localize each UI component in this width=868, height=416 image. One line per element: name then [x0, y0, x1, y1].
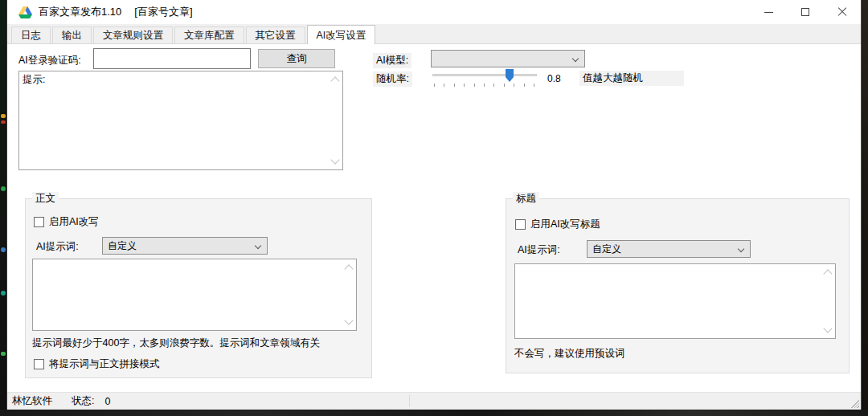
maximize-icon: [801, 8, 809, 16]
concat-prompt-label: 将提示词与正文拼接模式: [49, 357, 160, 371]
enable-ai-rewrite-title-label: 启用AI改写标题: [530, 218, 600, 231]
title-prompt-select[interactable]: 自定义: [587, 240, 751, 258]
scroll-down-icon[interactable]: [823, 324, 832, 332]
scroll-down-icon[interactable]: [344, 316, 353, 324]
checkbox-icon: [34, 217, 44, 227]
body-prompt-textarea[interactable]: [32, 259, 357, 331]
randomness-hint: 值越大越随机: [579, 71, 684, 86]
desktop-edge-right: [862, 0, 868, 416]
desktop-icon-fragment: [1, 120, 6, 124]
prompt-display-box[interactable]: 提示:: [18, 71, 343, 170]
statusbar-separator: [409, 395, 410, 407]
title-prompt-selected-value: 自定义: [592, 243, 621, 256]
desktop-icon-fragment: [1, 291, 6, 296]
scroll-down-icon[interactable]: [330, 155, 339, 164]
title-group: 标题 启用AI改写标题 AI提示词: 自定义 不会写，建议使用预设词: [506, 198, 850, 373]
slider-track[interactable]: [432, 74, 537, 76]
ai-login-code-input[interactable]: [93, 48, 251, 69]
title-prompt-textarea[interactable]: [514, 263, 836, 339]
randomness-value: 0.8: [547, 73, 561, 84]
status-label: 状态:: [72, 394, 94, 408]
body-prompt-label: AI提示词:: [36, 240, 79, 254]
body-group-title: 正文: [32, 192, 59, 206]
enable-ai-rewrite-label: 启用AI改写: [49, 215, 99, 229]
minimize-button[interactable]: [750, 0, 787, 24]
scroll-up-icon[interactable]: [330, 76, 339, 85]
checkbox-icon: [515, 219, 526, 230]
brand-label: 林忆软件: [12, 394, 52, 408]
randomness-label: 随机率:: [373, 71, 412, 87]
desktop-icon-fragment: [1, 114, 6, 118]
enable-ai-rewrite-title-checkbox[interactable]: 启用AI改写标题: [515, 218, 600, 231]
window-title: 百家文章发布1.10: [39, 5, 121, 19]
query-button[interactable]: 查询: [258, 49, 335, 68]
ai-model-select[interactable]: [431, 50, 585, 67]
title-group-title: 标题: [513, 192, 539, 206]
minimize-icon: [764, 12, 773, 13]
desktop-edge-left: [0, 0, 6, 416]
enable-ai-rewrite-checkbox[interactable]: 启用AI改写: [34, 215, 99, 229]
body-text-group: 正文 启用AI改写 AI提示词: 自定义 提示词最好少于400字，太多则浪费字数…: [25, 198, 372, 378]
tab-output[interactable]: 输出: [52, 27, 92, 43]
ai-model-label: AI模型:: [373, 53, 411, 68]
checkbox-icon: [34, 359, 44, 369]
chevron-down-icon: [255, 243, 261, 249]
window-title-context: [百家号文章]: [134, 5, 192, 19]
desktop-icon-fragment: [1, 247, 6, 252]
tab-ai-rewrite-settings[interactable]: AI改写设置: [307, 25, 376, 44]
desktop-icon-fragment: [1, 186, 6, 191]
concat-prompt-checkbox[interactable]: 将提示词与正文拼接模式: [34, 357, 160, 371]
tab-article-rules[interactable]: 文章规则设置: [93, 27, 173, 43]
chevron-down-icon: [738, 246, 744, 252]
title-prompt-label: AI提示词:: [518, 243, 560, 257]
prompt-display-text: 提示:: [23, 74, 45, 85]
slider-thumb[interactable]: [506, 69, 514, 82]
status-bar: 林忆软件 状态: 0: [7, 392, 861, 410]
body-prompt-select[interactable]: 自定义: [102, 237, 268, 255]
desktop-edge-bottom: [0, 410, 868, 416]
tab-other-settings[interactable]: 其它设置: [246, 27, 305, 43]
body-prompt-note: 提示词最好少于400字，太多则浪费字数。提示词和文章领域有关: [32, 336, 320, 350]
scroll-up-icon[interactable]: [344, 264, 353, 273]
close-button[interactable]: [824, 0, 861, 24]
tab-log[interactable]: 日志: [11, 27, 51, 43]
scroll-up-icon[interactable]: [823, 269, 832, 278]
randomness-slider[interactable]: [432, 68, 537, 88]
desktop-icon-fragment: [1, 352, 6, 356]
tab-page-ai-rewrite: AI登录验证码: 查询 AI模型: 随机率: 0.8 值越大越随机 提示: 正文: [7, 45, 861, 392]
resize-grip[interactable]: [850, 398, 859, 408]
ai-login-code-label: AI登录验证码:: [18, 54, 81, 67]
app-icon: [18, 6, 32, 18]
app-window: 百家文章发布1.10 [百家号文章] 日志 输出 文章规则设置 文章库配置 其它…: [6, 0, 862, 410]
body-prompt-selected-value: 自定义: [108, 239, 137, 253]
tab-strip: 日志 输出 文章规则设置 文章库配置 其它设置 AI改写设置: [7, 24, 861, 44]
close-icon: [837, 7, 847, 17]
maximize-button[interactable]: [787, 0, 824, 24]
title-bar: 百家文章发布1.10 [百家号文章]: [7, 0, 861, 24]
title-prompt-note: 不会写，建议使用预设词: [514, 347, 625, 361]
slider-ticks: [434, 84, 535, 87]
chevron-down-icon: [572, 55, 579, 62]
tab-article-library[interactable]: 文章库配置: [174, 27, 244, 43]
status-value: 0: [104, 396, 110, 407]
window-controls: [750, 0, 861, 24]
